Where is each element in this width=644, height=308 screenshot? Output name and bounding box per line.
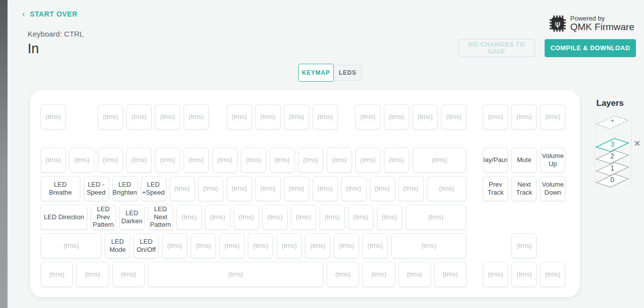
key[interactable]: (trns) (362, 262, 395, 287)
key[interactable]: (trns) (41, 104, 66, 129)
key[interactable]: (trns) (263, 205, 288, 230)
key[interactable]: (trns) (441, 104, 466, 129)
key[interactable]: (trns) (362, 233, 388, 258)
key[interactable]: (trns) (511, 262, 537, 287)
key[interactable]: Mute (511, 147, 537, 173)
key[interactable]: (trns) (313, 104, 338, 129)
key[interactable]: (trns) (511, 233, 537, 258)
powered-by-label: Powered by (570, 15, 634, 22)
key[interactable]: (trns) (291, 205, 316, 230)
key[interactable]: (trns) (370, 176, 395, 201)
key[interactable]: (trns) (155, 147, 180, 173)
key[interactable]: Volume Down (540, 176, 565, 201)
key[interactable]: (trns) (384, 104, 409, 129)
key[interactable]: (trns) (384, 147, 409, 173)
start-over-link[interactable]: ‹ START OVER (22, 10, 77, 18)
key[interactable]: (trns) (241, 147, 266, 173)
key[interactable]: (trns) (41, 233, 101, 258)
key[interactable]: (trns) (341, 176, 366, 201)
key[interactable]: (trns) (399, 176, 424, 201)
key[interactable]: (trns) (355, 104, 380, 129)
key[interactable]: (trns) (98, 104, 123, 129)
key[interactable]: LED Mode (105, 233, 130, 258)
key[interactable]: (trns) (255, 176, 281, 201)
key[interactable]: (trns) (205, 205, 230, 230)
key[interactable]: (trns) (191, 233, 216, 258)
key[interactable]: (trns) (184, 104, 209, 129)
close-layer-icon[interactable]: × (634, 138, 640, 149)
no-changes-to-save-button[interactable]: NO CHANGES TO SAVE (458, 39, 535, 57)
tab-keymap[interactable]: KEYMAP (298, 64, 334, 82)
key[interactable]: (trns) (162, 233, 187, 258)
key[interactable]: (trns) (155, 104, 180, 129)
key[interactable]: (trns) (284, 176, 309, 201)
key[interactable]: (trns) (170, 176, 195, 201)
key[interactable]: (trns) (41, 147, 66, 173)
add-layer-button[interactable]: + (595, 115, 629, 130)
compile-download-button[interactable]: COMPILE & DOWNLOAD (545, 39, 636, 57)
key[interactable]: (trns) (540, 104, 565, 129)
key[interactable]: (trns) (327, 262, 359, 287)
start-over-label: START OVER (30, 10, 77, 18)
key[interactable]: LED Darken (119, 205, 145, 230)
key[interactable]: (trns) (148, 262, 323, 287)
key[interactable]: (trns) (483, 262, 508, 287)
key[interactable]: (trns) (98, 147, 123, 173)
key[interactable]: (trns) (126, 147, 152, 173)
key[interactable]: (trns) (413, 104, 438, 129)
key[interactable]: (trns) (270, 147, 295, 173)
key[interactable]: (trns) (483, 104, 508, 129)
key[interactable]: (trns) (511, 104, 537, 129)
key[interactable]: (trns) (298, 147, 323, 173)
key[interactable]: (trns) (305, 233, 330, 258)
key[interactable]: Prev Track (483, 176, 508, 201)
key[interactable]: (trns) (313, 176, 338, 201)
key[interactable]: Play/Pause (483, 147, 508, 173)
keymap-name-field[interactable]: In (28, 41, 39, 57)
key[interactable]: (trns) (413, 147, 466, 173)
key[interactable]: (trns) (284, 104, 309, 129)
key[interactable]: (trns) (227, 176, 252, 201)
key[interactable]: (trns) (348, 205, 373, 230)
key[interactable]: (trns) (355, 147, 380, 173)
key[interactable]: LED Prev Pattern (91, 205, 116, 230)
key[interactable]: (trns) (406, 205, 466, 230)
key[interactable]: LED On/Off (134, 233, 159, 258)
key[interactable]: (trns) (41, 262, 73, 287)
key[interactable]: LED +Speed (141, 176, 166, 201)
key[interactable]: (trns) (540, 262, 565, 287)
key[interactable]: Volume Up (540, 147, 565, 173)
key[interactable]: (trns) (391, 233, 466, 258)
key[interactable]: LED Brighten (112, 176, 138, 201)
tab-leds[interactable]: LEDS (333, 65, 362, 81)
key[interactable]: (trns) (177, 205, 202, 230)
key[interactable]: (trns) (76, 262, 108, 287)
key[interactable]: (trns) (277, 233, 302, 258)
layer-item-3[interactable]: 3 (595, 137, 629, 152)
key[interactable]: (trns) (69, 147, 94, 173)
key[interactable]: LED Direction (41, 205, 87, 230)
key[interactable]: (trns) (334, 233, 359, 258)
key[interactable]: LED Next Pattern (148, 205, 173, 230)
key[interactable]: (trns) (212, 147, 237, 173)
key[interactable]: (trns) (248, 233, 273, 258)
qmk-chip-logo-icon: ψ (549, 15, 566, 32)
key[interactable]: LED - Speed (84, 176, 109, 201)
svg-text:ψ: ψ (555, 19, 561, 29)
key[interactable]: (trns) (198, 176, 223, 201)
key[interactable]: (trns) (234, 205, 259, 230)
key[interactable]: (trns) (126, 104, 152, 129)
key[interactable]: (trns) (184, 147, 209, 173)
key[interactable]: (trns) (255, 104, 281, 129)
key[interactable]: Next Track (511, 176, 537, 201)
key[interactable]: (trns) (227, 104, 252, 129)
key[interactable]: (trns) (434, 262, 466, 287)
key[interactable]: LED Breathe (41, 176, 80, 201)
key[interactable]: (trns) (399, 262, 431, 287)
key[interactable]: (trns) (112, 262, 145, 287)
key[interactable]: (trns) (377, 205, 402, 230)
key[interactable]: (trns) (327, 147, 352, 173)
key[interactable]: (trns) (320, 205, 345, 230)
key[interactable]: (trns) (427, 176, 467, 201)
key[interactable]: (trns) (219, 233, 244, 258)
